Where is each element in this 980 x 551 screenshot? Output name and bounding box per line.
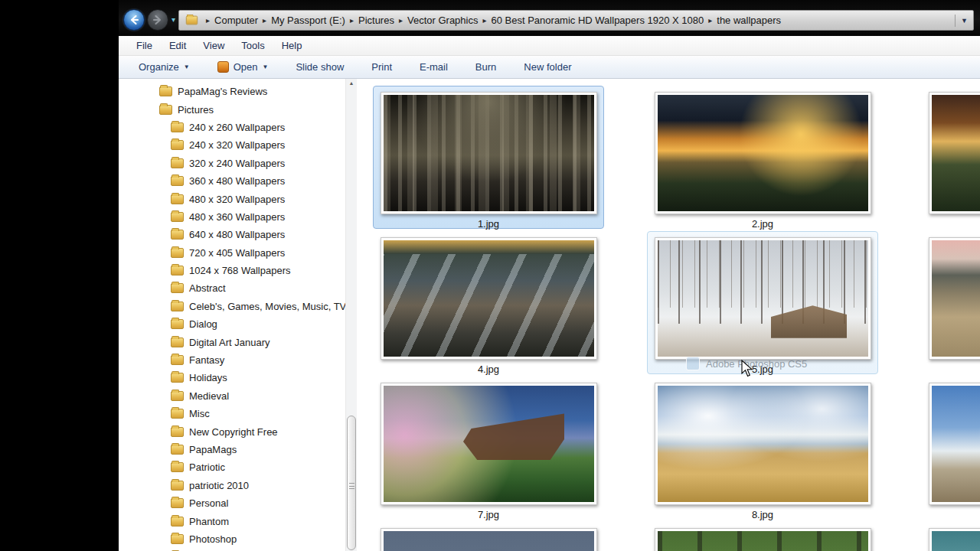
sidebar-item-personal[interactable]: Personal [119,494,358,512]
file-item-partial[interactable] [921,231,980,374]
sidebar-item-papamags[interactable]: PapaMags [119,441,358,458]
toolbar-button-label: Burn [475,61,496,73]
folder-icon [159,86,172,96]
sidebar-item-fantasy[interactable]: Fantasy [119,351,358,369]
history-dropdown-icon[interactable]: ▾ [172,15,175,24]
thumbnail-image-sea-waves [932,531,980,551]
sidebar-item-medieval[interactable]: Medieval [119,387,358,405]
menu-file[interactable]: File [128,40,161,51]
forward-button[interactable] [147,9,168,31]
toolbar-burn-button[interactable]: Burn [475,61,496,73]
address-dropdown[interactable]: ▼ [955,11,970,30]
breadcrumb: ▸Computer▸My Passport (E:)▸Pictures▸Vect… [201,15,781,26]
scroll-up-icon[interactable]: ▲ [346,80,357,86]
toolbar-e-mail-button[interactable]: E-mail [420,61,448,73]
chevron-down-icon: ▼ [262,64,268,70]
sidebar-item-label: Medieval [189,390,229,402]
sidebar-item-patriotic-2010[interactable]: patriotic 2010 [119,477,358,494]
sidebar-item-pictures[interactable]: Pictures [119,100,358,118]
sidebar-item-480-x-360-wallpapers[interactable]: 480 x 360 Wallpapers [119,208,358,226]
sidebar-item-misc[interactable]: Misc [119,405,358,422]
file-item-partial[interactable] [921,377,980,520]
file-item-7-jpg[interactable]: 7.jpg [373,377,604,520]
breadcrumb-segment-pictures[interactable]: Pictures [358,15,394,26]
thumbnail-frame [655,528,871,551]
sidebar-item-papamag-s-reviews[interactable]: PapaMag's Reviews [119,83,358,100]
toolbar-button-label: New folder [524,61,571,73]
menu-view[interactable]: View [194,40,233,51]
file-name-label: 7.jpg [374,509,603,520]
folder-icon [159,105,172,115]
breadcrumb-segment-computer[interactable]: Computer [214,15,258,26]
sidebar-item-label: New Copyright Free [189,426,278,438]
folder-icon [171,230,184,240]
sidebar-item-240-x-320-wallpapers[interactable]: 240 x 320 Wallpapers [119,136,358,154]
breadcrumb-separator-icon: ▸ [478,16,491,24]
sidebar-item-240-x-260-wallpapers[interactable]: 240 x 260 Wallpapers [119,119,358,136]
sidebar-item-photoshop[interactable]: Photoshop [119,530,358,548]
file-item-partial[interactable] [921,86,980,229]
folder-icon [171,355,184,365]
breadcrumb-segment-the-wallpapers[interactable]: the wallpapers [717,15,781,26]
toolbar-new-folder-button[interactable]: New folder [524,61,571,73]
folder-icon [171,481,184,491]
sidebar-item-holidays[interactable]: Holidays [119,369,358,386]
thumbnail-image-barn-field [384,386,594,502]
toolbar-print-button[interactable]: Print [371,61,392,73]
sidebar-item-label: 320 x 240 Wallpapers [189,158,285,169]
sidebar-item-dialog[interactable]: Dialog [119,315,358,333]
menu-edit[interactable]: Edit [161,40,194,51]
sidebar-item-new-copyright-free[interactable]: New Copyright Free [119,422,358,440]
tree-scrollbar[interactable]: ▲ [345,79,357,551]
forward-arrow-icon [152,14,164,26]
file-item-1-jpg[interactable]: 1.jpg [373,86,604,229]
breadcrumb-segment-my-passport-e[interactable]: My Passport (E:) [271,15,345,26]
window-chrome: ▾ ▸Computer▸My Passport (E:)▸Pictures▸Ve… [119,0,980,36]
sidebar-item-360-x-480-wallpapers[interactable]: 360 x 480 Wallpapers [119,172,358,190]
thumbnail-image-beach-sky [932,386,980,502]
sidebar-item-720-x-405-wallpapers[interactable]: 720 x 405 Wallpapers [119,244,358,262]
folder-icon [171,391,184,401]
sidebar-item-patriotic[interactable]: Patriotic [119,458,358,476]
file-item-partial[interactable] [921,522,980,551]
folder-icon [171,517,184,527]
file-item-4-jpg[interactable]: 4.jpg [373,231,604,374]
thumbnail-image-sunset-road [932,95,980,211]
toolbar-button-label: Open [234,61,258,73]
sidebar-item-partial[interactable] [119,548,358,551]
file-item-partial[interactable] [373,522,604,551]
folder-icon [171,319,184,329]
video-frame: ▾ ▸Computer▸My Passport (E:)▸Pictures▸Ve… [0,0,980,551]
sidebar-item-phantom[interactable]: Phantom [119,512,358,530]
folder-icon [171,283,184,293]
explorer-window: ▾ ▸Computer▸My Passport (E:)▸Pictures▸Ve… [119,0,980,551]
sidebar-item-1024-x-768-wallpapers[interactable]: 1024 x 768 Wallpapers [119,262,358,279]
toolbar-open-button[interactable]: Open▼ [217,61,269,73]
back-button[interactable] [123,9,145,31]
menu-tools[interactable]: Tools [233,40,273,51]
sidebar-item-abstract[interactable]: Abstract [119,279,358,297]
folder-icon [171,409,184,419]
sidebar-item-celeb-s-games-movies-music-tv[interactable]: Celeb's, Games, Movies, Music, TV [119,298,358,315]
sidebar-item-640-x-480-wallpapers[interactable]: 640 x 480 Wallpapers [119,226,358,243]
thumbnail-frame [381,528,597,551]
address-bar[interactable]: ▸Computer▸My Passport (E:)▸Pictures▸Vect… [178,10,974,31]
file-item-partial[interactable] [647,522,878,551]
sidebar-item-480-x-320-wallpapers[interactable]: 480 x 320 Wallpapers [119,190,358,207]
toolbar-slide-show-button[interactable]: Slide show [296,61,344,73]
thumbnail-image-golden-field [658,386,868,502]
breadcrumb-segment-60-best-panoramic-hd-wallpapers-1920-x-1080[interactable]: 60 Best Panoramic HD Wallpapers 1920 X 1… [492,15,704,26]
folder-icon [171,462,184,472]
breadcrumb-segment-vector-graphics[interactable]: Vector Graphics [407,15,479,26]
sidebar-item-320-x-240-wallpapers[interactable]: 320 x 240 Wallpapers [119,155,358,172]
file-item-2-jpg[interactable]: 2.jpg [647,86,878,229]
menu-help[interactable]: Help [273,40,311,51]
file-name-label: 1.jpg [374,218,603,230]
file-item-5-jpg[interactable]: 5.jpgAdobe Photoshop CS5 [647,231,878,374]
sidebar-item-digital-art-january[interactable]: Digital Art January [119,333,358,350]
tree-scrollbar-thumb[interactable] [347,416,356,550]
thumbnail-image-forest-green [658,531,868,551]
thumbnail-frame [381,383,597,505]
file-item-8-jpg[interactable]: 8.jpg [647,377,878,520]
toolbar-organize-button[interactable]: Organize▼ [139,61,190,73]
